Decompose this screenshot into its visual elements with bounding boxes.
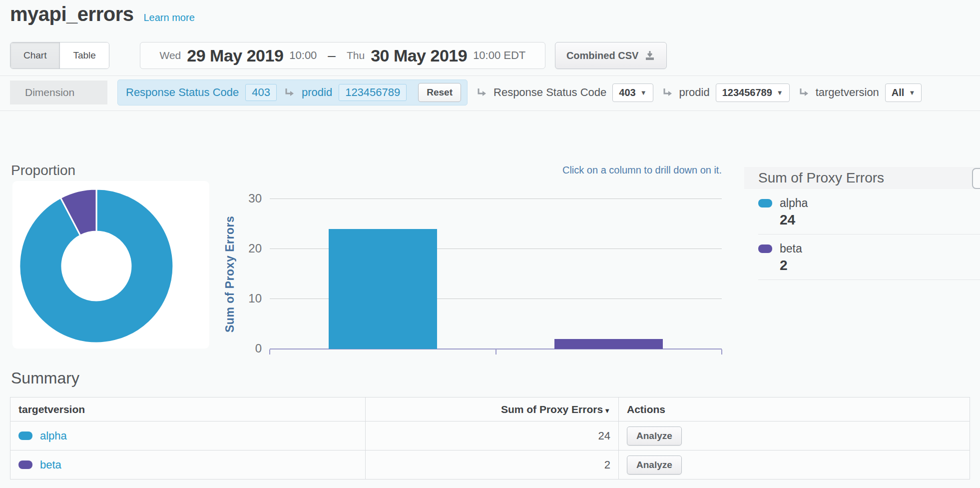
tab-chart[interactable]: Chart [10, 42, 59, 68]
title-bar: myapi_errors Learn more [10, 3, 195, 26]
chevron-down-icon: ▼ [909, 89, 915, 96]
beta-swatch [18, 460, 32, 469]
start-day: Wed [159, 50, 181, 62]
legend-item-alpha: alpha 24 [758, 189, 980, 234]
filter-targetversion: targetversion All ▼ [798, 84, 922, 102]
filter-dropdown-prodid[interactable]: 123456789 ▼ [716, 84, 790, 102]
proportion-donut-card [12, 181, 209, 348]
y-axis-label: Sum of Proxy Errors [223, 199, 237, 349]
csv-button-label: Combined CSV [566, 50, 638, 62]
filter-name: Response Status Code [493, 86, 606, 99]
tab-table[interactable]: Table [59, 42, 108, 68]
report-page: myapi_errors Learn more Chart Table Wed … [0, 0, 980, 488]
alpha-swatch [758, 199, 772, 208]
legend-items: alpha 24 beta 2 [744, 189, 980, 280]
y-tick-label: 10 [239, 292, 262, 306]
breadcrumb-value-chip[interactable]: 403 [245, 84, 277, 101]
dimension-label: Dimension [10, 80, 107, 104]
table-header-row: targetversion Sum of Proxy Errors▼ Actio… [10, 398, 970, 422]
view-toggle: Chart Table [10, 42, 109, 69]
filter-name: prodid [679, 86, 710, 99]
drilldown-arrow-icon [283, 86, 295, 98]
y-tick-label: 20 [239, 242, 262, 256]
chevron-down-icon: ▼ [640, 89, 647, 96]
drilldown-arrow-icon [798, 86, 810, 98]
analyze-button[interactable]: Analyze [627, 426, 682, 446]
filter-response-status-code: Response Status Code 403 ▼ [476, 84, 653, 102]
row-metric-value: 2 [366, 450, 619, 480]
page-title: myapi_errors [10, 3, 133, 26]
row-dimension-link[interactable]: alpha [40, 430, 67, 442]
alpha-swatch [18, 432, 32, 440]
filter-selected-value: All [892, 87, 905, 98]
proportion-title: Proportion [11, 162, 75, 178]
summary-table: targetversion Sum of Proxy Errors▼ Actio… [10, 397, 970, 480]
end-date: 30 May 2019 [371, 46, 467, 66]
sort-descending-icon: ▼ [604, 407, 610, 414]
drilldown-arrow-icon [476, 86, 488, 98]
clipped-edge-button[interactable] [972, 168, 980, 189]
divider [0, 110, 980, 111]
legend-label: alpha [780, 196, 808, 210]
combined-csv-button[interactable]: Combined CSV [555, 42, 667, 69]
chevron-down-icon: ▼ [777, 89, 783, 96]
bar-alpha[interactable] [329, 229, 437, 349]
legend-label: beta [780, 242, 802, 256]
filter-name: targetversion [816, 86, 879, 99]
column-header-actions: Actions [619, 398, 970, 422]
legend-value: 2 [780, 258, 980, 274]
reset-button[interactable]: Reset [418, 83, 461, 102]
breadcrumb-name[interactable]: Response Status Code [126, 86, 239, 99]
filter-prodid: prodid 123456789 ▼ [661, 84, 790, 102]
breadcrumb-name[interactable]: prodid [302, 86, 332, 99]
analyze-button[interactable]: Analyze [627, 456, 682, 474]
y-tick-label: 0 [239, 342, 262, 356]
column-header-targetversion[interactable]: targetversion [10, 398, 366, 422]
drilldown-breadcrumb: Response Status Code 403 prodid 12345678… [117, 80, 468, 106]
controls-row: Chart Table Wed 29 May 2019 10:00 – Thu … [10, 42, 667, 69]
date-range-picker[interactable]: Wed 29 May 2019 10:00 – Thu 30 May 2019 … [140, 42, 545, 69]
divider [0, 76, 980, 76]
x-axis-tick [269, 350, 270, 354]
end-time: 10:00 EDT [473, 49, 525, 62]
dimension-row: Dimension Response Status Code 403 prodi… [10, 80, 922, 106]
legend-panel: Sum of Proxy Errors alpha 24 beta 2 [744, 167, 980, 280]
date-separator: – [323, 48, 341, 64]
drilldown-arrow-icon [661, 86, 673, 98]
legend-value: 24 [780, 212, 980, 228]
table-row-beta: beta 2 Analyze [10, 450, 970, 480]
start-time: 10:00 [289, 49, 317, 62]
gridline [270, 198, 722, 199]
y-tick-label: 30 [239, 192, 262, 206]
end-day: Thu [347, 50, 365, 62]
download-icon [644, 50, 655, 61]
breadcrumb-value-chip[interactable]: 123456789 [339, 84, 407, 101]
filter-selected-value: 123456789 [722, 87, 772, 98]
column-header-metric[interactable]: Sum of Proxy Errors▼ [366, 398, 619, 422]
x-axis-tick [721, 350, 722, 354]
filter-dropdown-response-status-code[interactable]: 403 ▼ [612, 84, 653, 102]
filter-selected-value: 403 [619, 87, 635, 98]
bar-beta[interactable] [554, 339, 663, 349]
beta-swatch [758, 244, 772, 253]
summary-title: Summary [11, 369, 79, 388]
filter-dropdown-targetversion[interactable]: All ▼ [885, 84, 922, 102]
row-metric-value: 24 [366, 422, 619, 450]
row-dimension-link[interactable]: beta [40, 458, 61, 472]
x-axis-tick [495, 350, 496, 354]
legend-title: Sum of Proxy Errors [744, 167, 980, 189]
bar-plot: 0102030 [270, 199, 722, 349]
donut-chart [17, 187, 175, 345]
table-row-alpha: alpha 24 Analyze [10, 422, 970, 450]
start-date: 29 May 2019 [187, 46, 283, 66]
legend-item-beta: beta 2 [758, 234, 980, 280]
drilldown-hint: Click on a column to drill down on it. [270, 164, 722, 176]
learn-more-link[interactable]: Learn more [143, 12, 194, 24]
